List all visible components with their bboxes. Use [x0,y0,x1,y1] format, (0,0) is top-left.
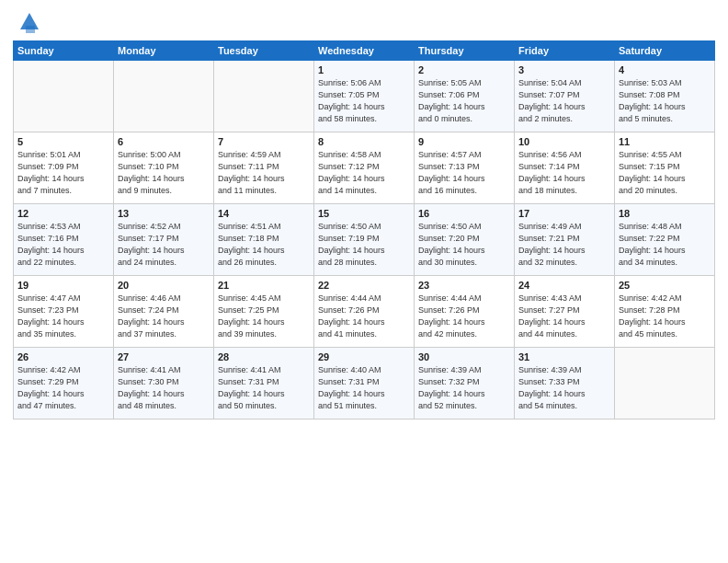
day-info: Sunrise: 5:00 AMSunset: 7:10 PMDaylight:… [118,149,210,197]
calendar-cell: 6Sunrise: 5:00 AMSunset: 7:10 PMDaylight… [114,132,214,204]
calendar-cell: 31Sunrise: 4:39 AMSunset: 7:33 PMDayligh… [515,348,615,419]
day-info: Sunrise: 4:41 AMSunset: 7:31 PMDaylight:… [218,364,310,412]
day-info: Sunrise: 4:58 AMSunset: 7:12 PMDaylight:… [318,149,410,197]
calendar-cell: 14Sunrise: 4:51 AMSunset: 7:18 PMDayligh… [214,204,314,276]
day-info: Sunrise: 4:39 AMSunset: 7:33 PMDaylight:… [518,364,610,412]
day-info: Sunrise: 4:47 AMSunset: 7:23 PMDaylight:… [17,293,109,340]
day-info: Sunrise: 4:39 AMSunset: 7:32 PMDaylight:… [418,364,510,412]
day-number: 3 [518,64,610,75]
column-header-monday: Monday [114,41,214,61]
day-number: 28 [218,351,310,362]
calendar-cell: 5Sunrise: 5:01 AMSunset: 7:09 PMDaylight… [14,132,114,204]
day-number: 25 [619,280,711,291]
day-info: Sunrise: 4:53 AMSunset: 7:16 PMDaylight:… [17,221,109,269]
calendar-cell: 17Sunrise: 4:49 AMSunset: 7:21 PMDayligh… [515,204,615,276]
day-number: 26 [17,351,109,362]
day-number: 31 [518,351,610,362]
calendar-cell [14,61,114,132]
column-header-saturday: Saturday [615,41,715,61]
calendar-cell: 26Sunrise: 4:42 AMSunset: 7:29 PMDayligh… [14,348,114,419]
calendar-cell: 11Sunrise: 4:55 AMSunset: 7:15 PMDayligh… [615,132,715,204]
calendar-cell: 19Sunrise: 4:47 AMSunset: 7:23 PMDayligh… [14,276,114,348]
column-header-sunday: Sunday [14,41,114,61]
day-info: Sunrise: 4:56 AMSunset: 7:14 PMDaylight:… [518,149,610,197]
week-row-3: 12Sunrise: 4:53 AMSunset: 7:16 PMDayligh… [14,204,715,276]
day-number: 4 [619,64,711,75]
day-number: 12 [17,208,109,219]
day-number: 20 [118,280,210,291]
day-info: Sunrise: 5:01 AMSunset: 7:09 PMDaylight:… [17,149,109,197]
week-row-4: 19Sunrise: 4:47 AMSunset: 7:23 PMDayligh… [14,276,715,348]
svg-marker-1 [26,26,35,33]
day-number: 13 [118,208,210,219]
calendar-cell: 15Sunrise: 4:50 AMSunset: 7:19 PMDayligh… [314,204,415,276]
day-info: Sunrise: 4:43 AMSunset: 7:27 PMDaylight:… [518,293,610,340]
calendar-cell: 30Sunrise: 4:39 AMSunset: 7:32 PMDayligh… [415,348,515,419]
calendar-cell [214,61,314,132]
calendar-cell: 20Sunrise: 4:46 AMSunset: 7:24 PMDayligh… [114,276,214,348]
day-info: Sunrise: 4:50 AMSunset: 7:19 PMDaylight:… [318,221,410,269]
day-number: 23 [418,280,510,291]
day-info: Sunrise: 5:05 AMSunset: 7:06 PMDaylight:… [418,77,510,125]
day-info: Sunrise: 4:57 AMSunset: 7:13 PMDaylight:… [418,149,510,197]
calendar-cell: 23Sunrise: 4:44 AMSunset: 7:26 PMDayligh… [415,276,515,348]
calendar-cell: 27Sunrise: 4:41 AMSunset: 7:30 PMDayligh… [114,348,214,419]
day-info: Sunrise: 4:50 AMSunset: 7:20 PMDaylight:… [418,221,510,269]
calendar-cell: 10Sunrise: 4:56 AMSunset: 7:14 PMDayligh… [515,132,615,204]
week-row-5: 26Sunrise: 4:42 AMSunset: 7:29 PMDayligh… [14,348,715,419]
day-info: Sunrise: 4:42 AMSunset: 7:29 PMDaylight:… [17,364,109,412]
day-info: Sunrise: 4:52 AMSunset: 7:17 PMDaylight:… [118,221,210,269]
column-header-thursday: Thursday [415,41,515,61]
day-number: 1 [318,64,410,75]
calendar-table: SundayMondayTuesdayWednesdayThursdayFrid… [13,40,715,419]
logo [13,9,42,35]
day-info: Sunrise: 4:49 AMSunset: 7:21 PMDaylight:… [518,221,610,269]
calendar-cell: 4Sunrise: 5:03 AMSunset: 7:08 PMDaylight… [615,61,715,132]
day-number: 17 [518,208,610,219]
day-info: Sunrise: 4:51 AMSunset: 7:18 PMDaylight:… [218,221,310,269]
day-number: 21 [218,280,310,291]
day-number: 9 [418,136,510,147]
day-number: 16 [418,208,510,219]
column-header-friday: Friday [515,41,615,61]
day-number: 29 [318,351,410,362]
day-number: 27 [118,351,210,362]
calendar-cell: 16Sunrise: 4:50 AMSunset: 7:20 PMDayligh… [415,204,515,276]
logo-icon [17,9,42,35]
day-number: 15 [318,208,410,219]
day-number: 8 [318,136,410,147]
week-row-1: 1Sunrise: 5:06 AMSunset: 7:05 PMDaylight… [14,61,715,132]
calendar-cell: 9Sunrise: 4:57 AMSunset: 7:13 PMDaylight… [415,132,515,204]
day-info: Sunrise: 4:44 AMSunset: 7:26 PMDaylight:… [318,293,410,340]
column-header-wednesday: Wednesday [314,41,415,61]
day-number: 22 [318,280,410,291]
calendar-cell: 28Sunrise: 4:41 AMSunset: 7:31 PMDayligh… [214,348,314,419]
day-number: 5 [17,136,109,147]
day-header-row: SundayMondayTuesdayWednesdayThursdayFrid… [14,41,715,61]
day-number: 2 [418,64,510,75]
calendar-cell: 12Sunrise: 4:53 AMSunset: 7:16 PMDayligh… [14,204,114,276]
calendar-cell [114,61,214,132]
calendar-cell: 21Sunrise: 4:45 AMSunset: 7:25 PMDayligh… [214,276,314,348]
calendar-cell: 1Sunrise: 5:06 AMSunset: 7:05 PMDaylight… [314,61,415,132]
calendar-cell: 8Sunrise: 4:58 AMSunset: 7:12 PMDaylight… [314,132,415,204]
day-number: 24 [518,280,610,291]
day-number: 10 [518,136,610,147]
day-number: 19 [17,280,109,291]
calendar-cell: 18Sunrise: 4:48 AMSunset: 7:22 PMDayligh… [615,204,715,276]
day-number: 18 [619,208,711,219]
page: SundayMondayTuesdayWednesdayThursdayFrid… [0,0,728,563]
day-number: 14 [218,208,310,219]
calendar-cell: 3Sunrise: 5:04 AMSunset: 7:07 PMDaylight… [515,61,615,132]
day-info: Sunrise: 4:46 AMSunset: 7:24 PMDaylight:… [118,293,210,340]
day-info: Sunrise: 4:59 AMSunset: 7:11 PMDaylight:… [218,149,310,197]
day-info: Sunrise: 4:41 AMSunset: 7:30 PMDaylight:… [118,364,210,412]
calendar-cell: 13Sunrise: 4:52 AMSunset: 7:17 PMDayligh… [114,204,214,276]
calendar-cell [615,348,715,419]
day-info: Sunrise: 5:04 AMSunset: 7:07 PMDaylight:… [518,77,610,125]
day-number: 30 [418,351,510,362]
day-info: Sunrise: 4:44 AMSunset: 7:26 PMDaylight:… [418,293,510,340]
calendar-cell: 29Sunrise: 4:40 AMSunset: 7:31 PMDayligh… [314,348,415,419]
calendar-cell: 7Sunrise: 4:59 AMSunset: 7:11 PMDaylight… [214,132,314,204]
column-header-tuesday: Tuesday [214,41,314,61]
